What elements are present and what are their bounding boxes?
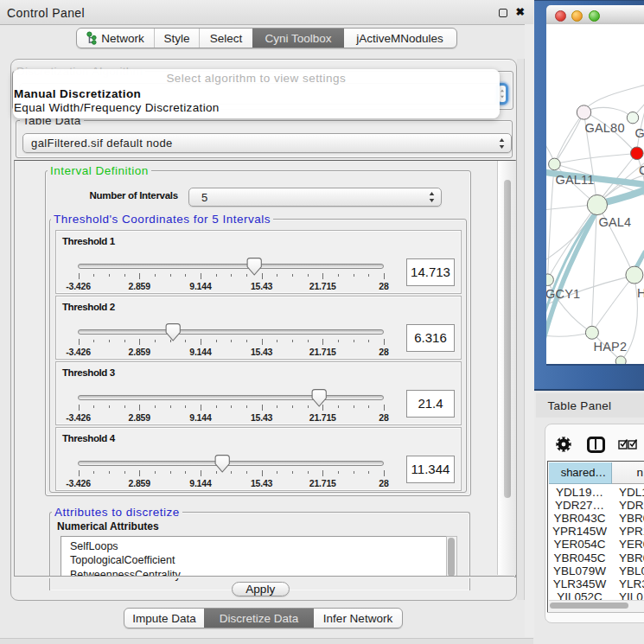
svg-text:HAP2: HAP2 — [593, 340, 627, 354]
svg-text:GAL80: GAL80 — [584, 120, 624, 134]
svg-text:H: H — [637, 286, 644, 300]
svg-text:GAL11: GAL11 — [555, 172, 594, 186]
svg-text:GA: GA — [634, 125, 644, 139]
svg-text:GAL4: GAL4 — [598, 214, 631, 228]
svg-text:GCY1: GCY1 — [546, 287, 580, 301]
svg-text:CR: CR — [639, 163, 644, 176]
